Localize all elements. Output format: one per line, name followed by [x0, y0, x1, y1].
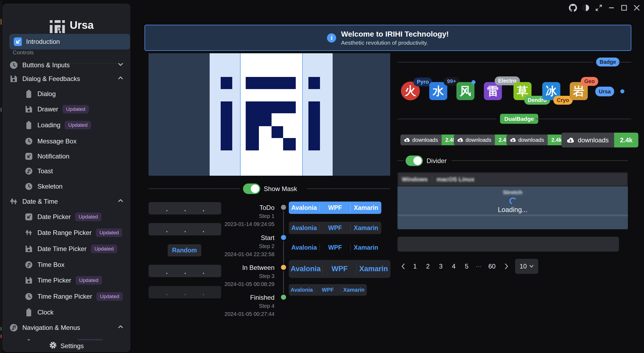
divider-label: Divider: [427, 157, 447, 165]
tab-macos-linux[interactable]: macOS Linux: [432, 176, 479, 183]
divider-line: [397, 62, 593, 62]
tab-wpf[interactable]: WPF: [315, 284, 341, 296]
tab-avalonia[interactable]: Avalonia: [289, 284, 315, 296]
sidebar-expander-buttons-inputs[interactable]: Buttons & Inputs: [9, 57, 124, 73]
fullscreen-button[interactable]: [594, 3, 603, 12]
battery-icon: [24, 308, 33, 317]
sidebar-item-drawer[interactable]: Drawer Updated: [9, 101, 124, 117]
expander-label: Date & Time: [22, 198, 58, 205]
sidebar-item-time-picker[interactable]: Time Picker Updated: [9, 273, 124, 288]
ursa-pill-badge: Ursa: [595, 87, 614, 96]
sidebar-item-time-box[interactable]: Time Box: [9, 257, 124, 273]
pagination-page-1[interactable]: 1: [410, 259, 420, 274]
irihi-logo-image: [149, 53, 390, 176]
cloud-download-icon: [404, 137, 410, 142]
ursa-gallery-window: Ursa Introduction Controls Buttons & Inp…: [0, 0, 644, 353]
dot-badge: [620, 89, 624, 93]
battery-icon: [24, 121, 33, 129]
pagination-page-4[interactable]: 4: [448, 259, 459, 274]
sidebar-item-date-picker[interactable]: Date Picker Updated: [9, 209, 124, 225]
sidebar-expander-date-time[interactable]: Date & Time: [9, 194, 124, 209]
pagination-prev-button[interactable]: [398, 259, 409, 274]
tab-wpf[interactable]: WPF: [320, 241, 350, 254]
cloud-download-icon: [567, 137, 574, 143]
edge-strip: [0, 0, 2, 353]
tab-xamarin[interactable]: Xamarin: [357, 260, 390, 278]
divider-line: [452, 160, 628, 161]
maximize-button[interactable]: [620, 3, 629, 12]
pagination-page-2[interactable]: 2: [423, 259, 433, 274]
divider-line: [397, 119, 496, 119]
github-button[interactable]: [568, 3, 578, 12]
sidebar-item-label: Introduction: [26, 38, 60, 45]
pagination-ellipsis[interactable]: ⋯: [473, 259, 484, 274]
sidebar-item-introduction[interactable]: Introduction: [9, 34, 130, 50]
sidebar-item-date-time-picker[interactable]: Date Time Picker Updated: [9, 241, 124, 257]
music-note-icon: [24, 260, 33, 269]
ursa-logo-icon: [48, 17, 65, 34]
empty-textbox[interactable]: [397, 237, 619, 252]
sidebar-item-notification[interactable]: Notification: [9, 149, 124, 164]
expand-icon: [595, 4, 602, 11]
pagination-page-3[interactable]: 3: [435, 259, 446, 274]
music-note-icon: [24, 167, 33, 175]
expander-label: Dialog & Feedbacks: [22, 75, 80, 83]
timeline-step-time: 2024-01-05 00:08:29: [194, 281, 275, 287]
floppy-icon: [9, 75, 18, 83]
loading-card-tabs[interactable]: Windows macOS Linux: [397, 172, 628, 186]
tabstrip-filled[interactable]: Avalonia WPF Xamarin: [289, 202, 381, 214]
chevron-up-icon: [118, 75, 124, 83]
tabstrip-large[interactable]: Avalonia WPF Xamarin: [289, 260, 390, 278]
tab-windows[interactable]: Windows: [397, 176, 432, 183]
chevron-left-icon: [401, 263, 406, 270]
sidebar-expander-dialog-feedbacks[interactable]: Dialog & Feedbacks: [9, 71, 124, 87]
tab-avalonia[interactable]: Avalonia: [289, 202, 319, 214]
pagination-page-5[interactable]: 5: [461, 259, 472, 274]
sidebar-item-skeleton[interactable]: Skeleton: [9, 179, 124, 194]
page-size-dropdown[interactable]: 10: [515, 259, 538, 274]
sidebar: Ursa Introduction Controls Buttons & Inp…: [3, 4, 130, 352]
minimize-button[interactable]: [607, 3, 616, 12]
sidebar-item-dialog[interactable]: Dialog: [9, 86, 124, 102]
info-icon: i: [327, 33, 336, 43]
sidebar-item-date-range-picker[interactable]: Date Range Picker Updated: [9, 225, 124, 241]
loading-text: Loading...: [397, 206, 628, 214]
tab-xamarin[interactable]: Xamarin: [351, 202, 381, 214]
tab-avalonia[interactable]: Avalonia: [289, 222, 319, 234]
sidebar-item-toast[interactable]: Toast: [9, 163, 124, 179]
chevron-up-icon: [118, 198, 124, 205]
show-mask-toggle[interactable]: [243, 183, 260, 194]
timeline-step-label: Step 4: [194, 303, 275, 309]
settings-button[interactable]: Settings: [3, 340, 130, 352]
tab-wpf[interactable]: WPF: [323, 260, 356, 278]
close-button[interactable]: [632, 3, 641, 12]
sidebar-item-loading[interactable]: Loading Updated: [9, 117, 124, 133]
pagination-next-button[interactable]: [501, 259, 512, 274]
gear-icon: [49, 341, 57, 351]
divider-line: [149, 188, 240, 189]
tab-xamarin[interactable]: Xamarin: [351, 241, 381, 254]
timeline-dot: [281, 295, 286, 300]
tab-xamarin[interactable]: Xamarin: [351, 222, 381, 234]
sidebar-item-message-box[interactable]: Message Box: [9, 133, 124, 149]
chevron-right-icon: [504, 263, 509, 270]
updated-badge: Updated: [65, 121, 91, 129]
tabstrip-dark[interactable]: Avalonia WPF Xamarin: [289, 222, 381, 234]
dot-badge: [471, 80, 476, 84]
pagination-page-60[interactable]: 60: [485, 259, 499, 274]
tabstrip-ghost[interactable]: Avalonia WPF Xamarin: [289, 241, 381, 254]
banner-subtitle: Aesthetic revolution of productivity.: [341, 40, 449, 46]
tab-avalonia[interactable]: Avalonia: [289, 241, 319, 254]
tabstrip-small[interactable]: Avalonia WPF Xamarin: [289, 284, 367, 296]
sidebar-item-time-range-picker[interactable]: Time Range Picker Updated: [9, 289, 124, 304]
sidebar-expander-navigation-menus[interactable]: Navigation & Menus: [9, 320, 124, 336]
downloads-badge: downloads 2.4k: [454, 135, 513, 145]
theme-toggle-button[interactable]: [581, 3, 590, 12]
tab-wpf[interactable]: WPF: [320, 202, 350, 214]
sidebar-item-clock[interactable]: Clock: [9, 305, 124, 320]
divider-toggle[interactable]: [406, 156, 423, 166]
tab-avalonia[interactable]: Avalonia: [289, 260, 322, 278]
tab-xamarin[interactable]: Xamarin: [341, 284, 367, 296]
clock-icon: [24, 292, 33, 301]
tab-wpf[interactable]: WPF: [320, 222, 350, 234]
